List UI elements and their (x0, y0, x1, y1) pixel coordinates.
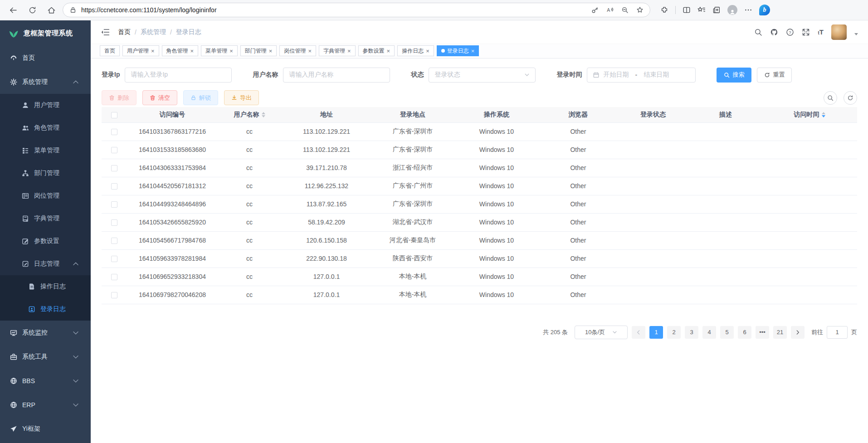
close-icon[interactable]: × (229, 48, 233, 54)
prev-page-button[interactable] (632, 326, 645, 339)
tab-2[interactable]: 角色管理× (162, 45, 199, 56)
tab-0[interactable]: 首页 (100, 45, 120, 56)
page-button-6[interactable]: 6 (738, 326, 751, 339)
chevron-down-icon[interactable] (854, 33, 858, 37)
close-icon[interactable]: × (387, 48, 390, 54)
page-button-4[interactable]: 4 (702, 326, 716, 339)
date-range-picker[interactable]: 开始日期 - 结束日期 (587, 68, 696, 83)
row-checkbox[interactable] (111, 238, 117, 244)
search-icon[interactable] (754, 28, 762, 36)
export-button[interactable]: 导出 (224, 90, 259, 105)
row-checkbox[interactable] (111, 274, 117, 280)
sidebar-item-15[interactable]: ERP (0, 393, 91, 417)
close-icon[interactable]: × (151, 48, 155, 54)
profile-icon[interactable] (727, 5, 737, 15)
tab-7[interactable]: 参数设置× (358, 45, 395, 56)
select-all-checkbox[interactable] (111, 112, 117, 118)
sidebar-item-5[interactable]: 部门管理 (0, 162, 91, 185)
sort-asc-icon[interactable] (262, 110, 265, 114)
row-checkbox[interactable] (111, 165, 117, 171)
reset-button[interactable]: 重置 (757, 68, 792, 83)
sort-asc-icon[interactable] (822, 110, 825, 114)
sidebar-item-1[interactable]: 系统管理 (0, 70, 91, 94)
tab-3[interactable]: 菜单管理× (201, 45, 238, 56)
close-icon[interactable]: × (347, 48, 351, 54)
row-checkbox[interactable] (111, 219, 117, 226)
tab-4[interactable]: 部门管理× (240, 45, 277, 56)
row-checkbox[interactable] (111, 256, 117, 262)
more-icon[interactable] (744, 6, 752, 14)
close-icon[interactable]: × (190, 48, 194, 54)
help-icon[interactable]: ? (786, 28, 794, 36)
table-row-2[interactable]: 1641043063331753984cc39.171.210.78浙江省-绍兴… (102, 159, 857, 177)
goto-page-input[interactable]: 1 (827, 326, 848, 339)
table-row-1[interactable]: 1641031533185863680cc113.102.129.221广东省-… (102, 141, 857, 159)
row-checkbox[interactable] (111, 183, 117, 190)
address-bar[interactable]: https://ccnetcore.com:1101/system/log/lo… (63, 3, 650, 17)
refresh-table-button[interactable] (844, 91, 857, 105)
more-pages-button[interactable]: ••• (756, 326, 769, 339)
tab-8[interactable]: 操作日志× (397, 45, 434, 56)
row-checkbox[interactable] (111, 201, 117, 208)
unlock-button[interactable]: 解锁 (183, 90, 218, 105)
page-button-1[interactable]: 1 (649, 326, 663, 339)
home-button[interactable] (44, 2, 59, 18)
sidebar-item-9[interactable]: 日志管理 (0, 253, 91, 275)
table-row-0[interactable]: 1641031367863177216cc113.102.129.221广东省-… (102, 122, 857, 141)
sidebar-item-14[interactable]: BBS (0, 369, 91, 393)
toggle-search-button[interactable] (824, 91, 837, 105)
table-row-4[interactable]: 1641044993248464896cc113.87.92.165广东省-深圳… (102, 195, 857, 213)
sidebar-item-13[interactable]: 系统工具 (0, 345, 91, 369)
status-select[interactable]: 登录状态 (429, 68, 536, 83)
copilot-icon[interactable]: b (759, 5, 770, 15)
sidebar-item-16[interactable]: Yi框架 (0, 417, 91, 441)
sidebar-item-4[interactable]: 菜单管理 (0, 139, 91, 162)
sort-icons[interactable] (822, 110, 825, 119)
table-row-7[interactable]: 1641059633978281984cc222.90.130.18陕西省-西安… (102, 249, 857, 268)
row-checkbox[interactable] (111, 292, 117, 298)
sidebar-item-11[interactable]: 登录日志 (0, 298, 91, 321)
tab-1[interactable]: 用户管理× (122, 45, 159, 56)
page-button-5[interactable]: 5 (720, 326, 734, 339)
favorites-icon[interactable] (697, 6, 706, 14)
page-button-2[interactable]: 2 (667, 326, 681, 339)
collapse-sidebar-icon[interactable] (101, 28, 110, 37)
close-icon[interactable]: × (308, 48, 312, 54)
add-favorite-icon[interactable] (636, 6, 644, 14)
sort-desc-icon[interactable] (262, 115, 265, 119)
close-icon[interactable]: × (269, 48, 273, 54)
sort-icons[interactable] (262, 110, 265, 119)
sidebar-item-0[interactable]: 首页 (0, 46, 91, 70)
page-button-3[interactable]: 3 (685, 326, 698, 339)
tab-6[interactable]: 字典管理× (319, 45, 356, 56)
sidebar-item-8[interactable]: 参数设置 (0, 230, 91, 253)
zoom-out-icon[interactable] (621, 6, 629, 14)
sidebar-item-3[interactable]: 角色管理 (0, 117, 91, 139)
fullscreen-icon[interactable] (802, 28, 810, 36)
font-size-icon[interactable]: tT (818, 29, 824, 35)
search-button[interactable]: 搜索 (717, 68, 751, 83)
url-text[interactable]: https://ccnetcore.com:1101/system/log/lo… (81, 6, 587, 14)
delete-button[interactable]: 删除 (102, 90, 137, 105)
sidebar-item-2[interactable]: 用户管理 (0, 94, 91, 117)
table-row-9[interactable]: 1641069798270046208cc127.0.0.1本地-本机Windo… (102, 286, 857, 304)
table-row-3[interactable]: 1641044520567181312cc112.96.225.132广东省-广… (102, 177, 857, 195)
end-date-value[interactable]: 结束日期 (644, 71, 669, 79)
reload-button[interactable] (24, 2, 40, 18)
tab-9[interactable]: 登录日志× (437, 45, 479, 56)
avatar[interactable] (831, 24, 847, 40)
row-checkbox[interactable] (111, 129, 117, 135)
sidebar-item-12[interactable]: 系统监控 (0, 321, 91, 345)
sidebar-item-7[interactable]: 字典管理 (0, 207, 91, 230)
sidebar-item-10[interactable]: 操作日志 (0, 275, 91, 298)
close-icon[interactable]: × (426, 48, 429, 54)
start-date-value[interactable]: 开始日期 (603, 71, 629, 79)
extensions-icon[interactable] (660, 6, 668, 14)
breadcrumb-system[interactable]: 系统管理 (141, 28, 166, 36)
github-icon[interactable] (770, 28, 778, 36)
read-aloud-icon[interactable]: A (606, 6, 614, 14)
clear-button[interactable]: 清空 (142, 90, 177, 105)
row-checkbox[interactable] (111, 147, 117, 153)
sort-desc-icon[interactable] (822, 115, 825, 119)
login-ip-input[interactable]: 请输入登录Ip (125, 68, 232, 83)
